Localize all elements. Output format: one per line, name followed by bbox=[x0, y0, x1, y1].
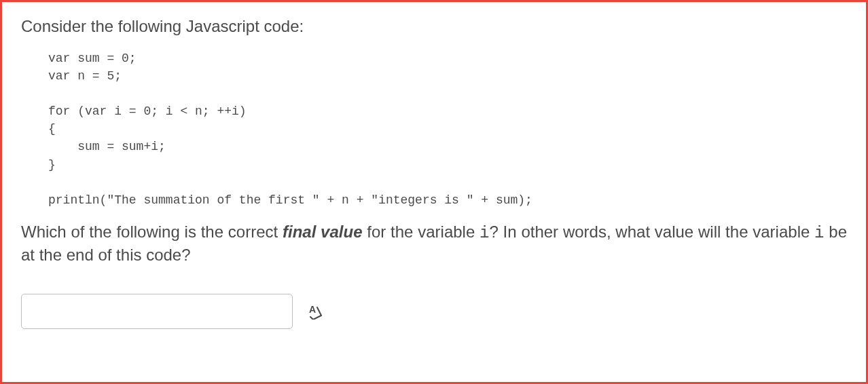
prompt-part-2: for the variable bbox=[363, 223, 480, 241]
question-prompt: Which of the following is the correct fi… bbox=[21, 221, 847, 267]
code-block: var sum = 0; var n = 5; for (var i = 0; … bbox=[48, 50, 847, 209]
prompt-var-1: i bbox=[480, 224, 489, 242]
prompt-var-2: i bbox=[814, 224, 824, 242]
answer-row: A bbox=[21, 294, 847, 329]
answer-input[interactable] bbox=[21, 294, 293, 329]
question-container: Consider the following Javascript code: … bbox=[0, 0, 868, 384]
prompt-part-1: Which of the following is the correct bbox=[21, 223, 283, 241]
prompt-emphasis: final value bbox=[283, 223, 363, 241]
prompt-part-3: ? In other words, what value will the va… bbox=[489, 223, 814, 241]
equation-editor-icon[interactable]: A bbox=[306, 302, 325, 321]
svg-text:A: A bbox=[309, 304, 316, 315]
question-intro: Consider the following Javascript code: bbox=[21, 17, 847, 36]
